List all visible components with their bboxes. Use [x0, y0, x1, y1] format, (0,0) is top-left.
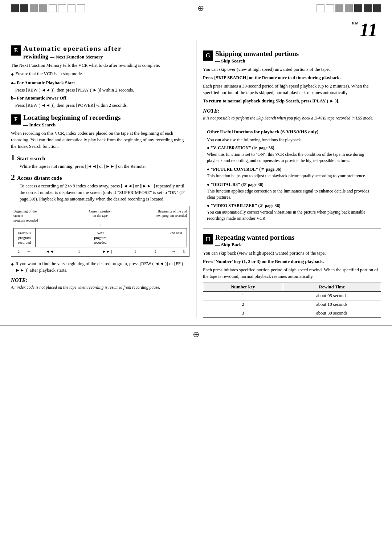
useful-item4-text: You can automatically correct vertical v…	[207, 209, 377, 222]
useful-item4-title: ● "VIDEO STABILIZER" (☞ page 36)	[207, 203, 377, 208]
section-e-title-line1: Automatic operations after	[23, 45, 189, 53]
section-h-letter: H	[203, 234, 213, 244]
section-f-intro: When recording on this VCR, index codes …	[11, 130, 189, 150]
section-g-subtitle: — Skip Search	[215, 58, 381, 64]
step1-text: While the tape is not running, press [|◄…	[11, 163, 189, 170]
section-e-intro: The Next Function Memory tells the VCR w…	[11, 62, 189, 69]
step2-title: Access distant code	[17, 175, 62, 181]
sq10	[326, 4, 334, 12]
section-f-bullet-ff-text: If you want to find the very beginning o…	[15, 260, 189, 274]
useful-functions-box: Other Useful functions for playback (S-V…	[203, 125, 381, 228]
useful-item3-title: ● "DIGITAL R3" (☞ page 36)	[207, 182, 377, 187]
section-g-title: Skipping unwanted portions	[215, 50, 381, 58]
useful-item1-title: ● "V. CALIBRATION" (☞ page 36)	[207, 145, 377, 151]
sq3	[30, 4, 38, 12]
section-h-title: Repeating wanted portions	[215, 234, 381, 242]
left-column: E Automatic operations after rewinding —…	[11, 40, 196, 318]
useful-item1-text: When this function is set to "ON", this …	[207, 151, 377, 164]
section-g-intro: You can skip over (view at high speed) u…	[203, 66, 381, 73]
section-g-title-block: Skipping unwanted portions — Skip Search	[215, 50, 381, 64]
header-squares-right	[317, 4, 381, 12]
sq6	[58, 4, 66, 12]
page-number-area: EN 11	[0, 17, 392, 40]
footer-bar	[0, 325, 392, 344]
table-header-key: Number key	[203, 283, 283, 292]
sq15	[373, 4, 381, 12]
section-h-header: H Repeating wanted portions — Skip Back	[203, 234, 381, 248]
sq14	[364, 4, 372, 12]
section-h-subtitle: — Skip Back	[215, 242, 381, 248]
tape-prev-box: Previous program recorded	[14, 228, 36, 247]
center-crosshair	[195, 3, 206, 14]
section-g-header: G Skipping unwanted portions — Skip Sear…	[203, 50, 381, 64]
step2-text: To access a recording of 2 to 9 index co…	[11, 183, 189, 202]
sq8	[77, 4, 85, 12]
section-f-note-title: NOTE:	[11, 277, 189, 283]
section-e-header: E Automatic operations after rewinding —…	[11, 45, 189, 60]
tape-label-mid: Current position on the tape	[87, 209, 113, 223]
table-cell-time: about 30 seconds	[283, 309, 381, 318]
section-e-sub2-title: b– For Automatic Power Off	[11, 96, 189, 101]
section-f-header: F Locating beginning of recordings — Ind…	[11, 114, 189, 128]
section-f-bullet-ff: ● If you want to find the very beginning…	[11, 260, 189, 274]
table-cell-time: about 05 seconds	[283, 292, 381, 300]
useful-item2-text: This function helps you to adjust the pl…	[207, 173, 377, 179]
section-f-title: Locating beginning of recordings	[23, 114, 189, 122]
table-cell-key: 2	[203, 300, 283, 309]
sq1	[11, 4, 19, 12]
tape-arrow-line: –2 ←—— ◄◄ —— –1 —— ►► | —— 1 — 2 ——→ 3	[13, 248, 187, 254]
step1-number: 1	[11, 154, 15, 162]
section-h: H Repeating wanted portions — Skip Back …	[203, 234, 381, 318]
sq5	[49, 4, 57, 12]
table-cell-key: 1	[203, 292, 283, 300]
section-f: F Locating beginning of recordings — Ind…	[11, 114, 189, 291]
tape-boxes: Previous program recorded Next program r…	[13, 228, 187, 247]
footer-center-crosshair	[191, 329, 201, 340]
useful-item-2: ● "PICTURE CONTROL" (☞ page 36) This fun…	[207, 167, 377, 179]
section-e-bullet1-text: Ensure that the VCR is in stop mode.	[15, 70, 83, 77]
right-column: G Skipping unwanted portions — Skip Sear…	[196, 40, 381, 318]
section-f-subtitle: — Index Search	[23, 122, 189, 128]
table-row: 2about 10 seconds	[203, 300, 381, 309]
en-label: EN	[351, 21, 358, 40]
section-g: G Skipping unwanted portions — Skip Sear…	[203, 50, 381, 228]
table-cell-key: 3	[203, 309, 283, 318]
section-e-title-block: Automatic operations after rewinding — N…	[23, 45, 189, 60]
section-g-note: NOTE: It is not possible to perform the …	[203, 108, 381, 121]
section-h-intro: You can skip back (view at high speed) w…	[203, 250, 381, 256]
useful-item-4: ● "VIDEO STABILIZER" (☞ page 36) You can…	[207, 203, 377, 222]
useful-item2-title: ● "PICTURE CONTROL" (☞ page 36)	[207, 167, 377, 172]
sq2	[20, 4, 28, 12]
step1-title: Start search	[17, 155, 45, 162]
tape-label-left: Beginning of the current program recorde…	[13, 209, 46, 223]
section-g-note-text: It is not possible to perform the Skip S…	[203, 115, 381, 121]
table-cell-time: about 10 seconds	[283, 300, 381, 309]
section-f-note-text: An index code is not placed on the tape …	[11, 284, 189, 291]
tape-label-right: Beginning of the 2nd next program record…	[154, 209, 187, 223]
section-e-letter: E	[11, 45, 21, 56]
section-e-title-line2: rewinding — Next Function Memory	[23, 53, 189, 60]
tape-diagram: Beginning of the current program recorde…	[11, 206, 189, 257]
section-g-para1: Each press initiates a 30-second period …	[203, 83, 381, 96]
sq12	[345, 4, 353, 12]
useful-intro: You can also use the following functions…	[207, 137, 377, 143]
section-e: E Automatic operations after rewinding —…	[11, 45, 189, 109]
step1-header: 1 Start search	[11, 154, 189, 162]
section-f-note: NOTE: An index code is not placed on the…	[11, 277, 189, 291]
useful-item-3: ● "DIGITAL R3" (☞ page 36) This function…	[207, 182, 377, 200]
section-h-title-block: Repeating wanted portions — Skip Back	[215, 234, 381, 248]
sq11	[335, 4, 343, 12]
table-row: 3about 30 seconds	[203, 309, 381, 318]
header-bar	[0, 0, 392, 17]
page-number: 11	[360, 21, 377, 40]
step2-header: 2 Access distant code	[11, 173, 189, 181]
sq9	[317, 4, 324, 12]
main-content: E Automatic operations after rewinding —…	[0, 40, 392, 318]
tape-arrows-top: ↓ ↓ ↓	[13, 223, 187, 227]
section-g-return: To return to normal playback during Skip…	[203, 98, 381, 104]
step2-number: 2	[11, 173, 15, 181]
sq13	[354, 4, 362, 12]
table-row: 1about 05 seconds	[203, 292, 381, 300]
useful-item3-text: This function applies edge correction to…	[207, 188, 377, 200]
table-header-time: Rewind Time	[283, 283, 381, 292]
